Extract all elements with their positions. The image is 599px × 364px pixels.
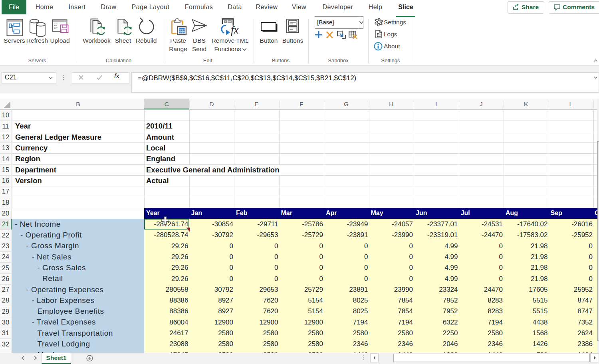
svg-text:fx: fx xyxy=(231,24,239,36)
